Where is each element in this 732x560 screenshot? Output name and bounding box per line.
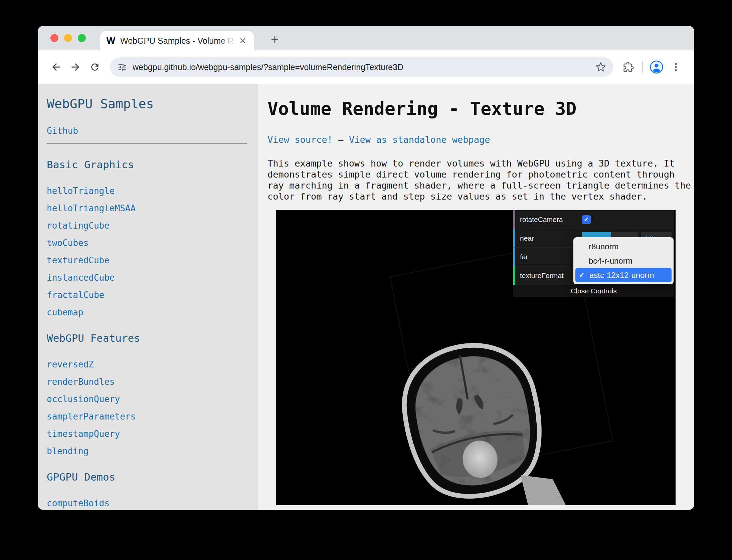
sidebar-item-computeBoids[interactable]: computeBoids (47, 498, 251, 508)
traffic-lights (50, 34, 86, 42)
sidebar-item-cubemap[interactable]: cubemap (47, 307, 251, 317)
sidebar-item-occlusionQuery[interactable]: occlusionQuery (47, 394, 251, 404)
webgpu-canvas[interactable]: rotateCamera near 4.0 far (276, 210, 676, 505)
sidebar-item-helloTriangle[interactable]: helloTriangle (47, 186, 251, 196)
forward-icon[interactable] (66, 57, 85, 77)
sidebar-item-texturedCube[interactable]: texturedCube (47, 255, 251, 265)
sample-description: This example shows how to render volumes… (267, 158, 692, 202)
section-heading-gpgpu-demos: GPGPU Demos (47, 471, 251, 483)
menu-kebab-icon[interactable] (666, 57, 686, 77)
sidebar-item-timestampQuery[interactable]: timestampQuery (47, 429, 251, 439)
sidebar-item-fractalCube[interactable]: fractalCube (47, 290, 251, 300)
webgpu-favicon-icon: W (106, 35, 116, 46)
address-bar[interactable]: webgpu.github.io/webgpu-samples/?sample=… (110, 57, 613, 77)
browser-window: W WebGPU Samples - Volume R (38, 26, 694, 510)
bookmark-star-icon[interactable] (595, 62, 606, 72)
toolbar-separator (642, 61, 643, 73)
dropdown-option-astc-12x12-unorm[interactable]: ✓ astc-12x12-unorm (575, 268, 672, 282)
url-text[interactable]: webgpu.github.io/webgpu-samples/?sample=… (133, 62, 590, 72)
gui-label-near: near (515, 234, 582, 242)
sidebar-item-blending[interactable]: blending (47, 446, 251, 456)
gui-label-textureFormat: textureFormat (515, 272, 582, 280)
section-heading-basic-graphics: Basic Graphics (47, 159, 251, 171)
view-source-link[interactable]: View source! (267, 134, 333, 145)
standalone-link[interactable]: View as standalone webpage (349, 134, 490, 145)
main-content: Volume Rendering - Texture 3D View sourc… (258, 84, 694, 510)
checkmark-icon: ✓ (579, 271, 587, 279)
dropdown-option-r8unorm[interactable]: r8unorm (575, 239, 672, 254)
gui-row-rotateCamera: rotateCamera (513, 210, 674, 229)
sidebar-item-samplerParameters[interactable]: samplerParameters (47, 411, 251, 422)
site-settings-icon[interactable] (117, 62, 127, 72)
screenshot-stage: W WebGPU Samples - Volume R (0, 0, 732, 560)
close-window-button[interactable] (50, 34, 58, 42)
dropdown-option-label: astc-12x12-unorm (589, 271, 654, 280)
maximize-window-button[interactable] (78, 34, 86, 42)
sidebar-item-reversedZ[interactable]: reversedZ (47, 359, 251, 369)
reload-icon[interactable] (85, 57, 105, 77)
profile-avatar[interactable] (647, 57, 666, 77)
sidebar-item-instancedCube[interactable]: instancedCube (47, 273, 251, 283)
section-heading-webgpu-features: WebGPU Features (47, 332, 251, 344)
close-controls-button[interactable]: Close Controls (513, 285, 674, 297)
page-content: WebGPU Samples Github Basic Graphics hel… (38, 84, 694, 510)
sidebar-item-twoCubes[interactable]: twoCubes (47, 238, 251, 248)
browser-tab[interactable]: W WebGPU Samples - Volume R (100, 31, 254, 50)
extensions-icon[interactable] (619, 57, 638, 77)
sidebar-item-helloTriangleMSAA[interactable]: helloTriangleMSAA (47, 203, 251, 213)
page-title: Volume Rendering - Texture 3D (267, 98, 694, 119)
gui-label-far: far (515, 253, 582, 261)
browser-toolbar: webgpu.github.io/webgpu-samples/?sample=… (38, 50, 694, 84)
sample-links: View source! — View as standalone webpag… (267, 135, 694, 145)
sidebar-item-rotatingCube[interactable]: rotatingCube (47, 221, 251, 231)
tab-close-icon[interactable] (237, 35, 248, 46)
back-icon[interactable] (46, 57, 66, 77)
sidebar-divider (47, 143, 247, 144)
gui-label-rotateCamera: rotateCamera (515, 216, 582, 224)
dropdown-option-bc4-r-unorm[interactable]: bc4-r-unorm (575, 254, 672, 268)
sidebar: WebGPU Samples Github Basic Graphics hel… (38, 84, 258, 510)
github-link[interactable]: Github (47, 126, 251, 136)
sidebar-title: WebGPU Samples (47, 96, 251, 111)
tab-strip: W WebGPU Samples - Volume R (38, 26, 694, 50)
minimize-window-button[interactable] (64, 34, 72, 42)
links-separator: — (338, 134, 343, 145)
tab-title: WebGPU Samples - Volume R (120, 35, 237, 46)
rotateCamera-checkbox[interactable] (582, 215, 591, 224)
sidebar-item-renderBundles[interactable]: renderBundles (47, 377, 251, 387)
textureFormat-dropdown: r8unorm bc4-r-unorm ✓ astc-12x12-unorm (573, 237, 674, 284)
new-tab-button[interactable] (267, 32, 282, 47)
